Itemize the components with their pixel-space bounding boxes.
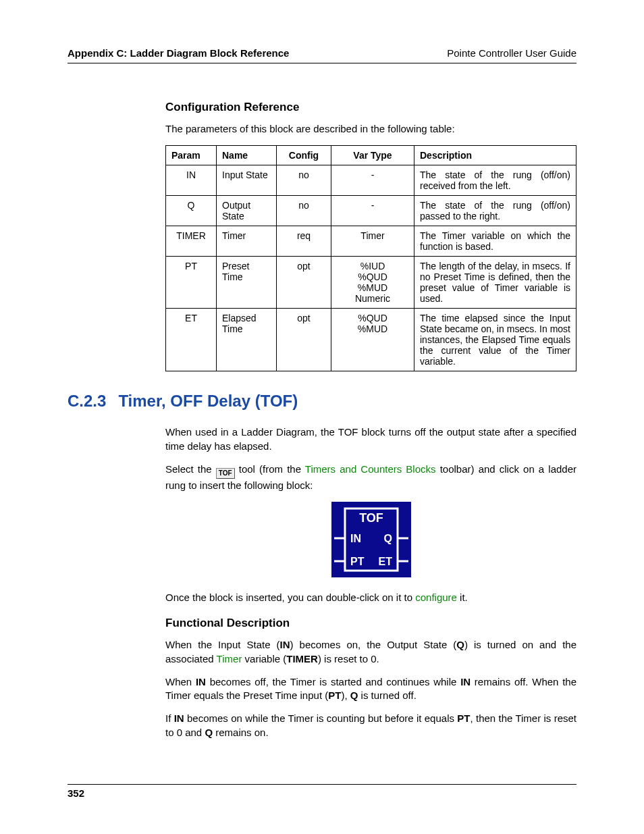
running-header: Appendix C: Ladder Diagram Block Referen… [68,47,576,63]
table-row: INInput Stateno-The state of the rung (o… [166,165,576,196]
header-right: Pointe Controller User Guide [447,47,576,59]
functional-description-heading: Functional Description [165,617,576,630]
page-footer: 352 [68,784,576,799]
text: ) becomes on, the Output State ( [290,639,457,650]
config-reference-heading: Configuration Reference [165,101,576,114]
timer-bold: TIMER [286,653,318,664]
text: Select the [165,463,216,475]
main-content: Configuration Reference The parameters o… [165,101,576,739]
table-cell: - [331,165,414,196]
timers-counters-link[interactable]: Timers and Counters Blocks [305,463,436,475]
table-cell: - [331,196,414,226]
table-cell: opt [277,257,331,309]
text: tool (from the [239,463,305,475]
table-cell: Q [166,196,217,226]
text: remains on. [213,727,269,738]
section-heading: C.2.3 Timer, OFF Delay (TOF) [68,392,576,411]
text: is turned off. [358,689,416,701]
pt-bold: PT [328,689,341,701]
table-cell: The state of the rung (off/on) passed to… [414,196,576,226]
text: variable ( [242,653,286,664]
in-bold: IN [460,676,471,687]
in-bold: IN [174,712,184,724]
table-cell: The length of the delay, in msecs. If no… [414,257,576,309]
table-cell: The time elapsed since the Input State b… [414,309,576,371]
params-table-body: INInput Stateno-The state of the rung (o… [166,165,576,371]
q-bold: Q [456,639,464,650]
table-cell: Timer [331,226,414,257]
text: becomes off, the Timer is started and co… [206,676,460,687]
table-cell: The state of the rung (off/on) received … [414,165,576,196]
text: ) is reset to 0. [318,653,379,664]
table-row: QOutput Stateno-The state of the rung (o… [166,196,576,226]
table-cell: no [277,196,331,226]
col-param: Param [166,146,217,165]
text: When the Input State ( [165,639,280,650]
header-left: Appendix C: Ladder Diagram Block Referen… [68,47,289,59]
table-row: TIMERTimerreqTimerThe Timer variable on … [166,226,576,257]
table-cell: Output State [217,196,277,226]
config-reference-intro: The parameters of this block are describ… [165,122,576,136]
tof-tool-icon: TOF [216,468,235,479]
table-cell: The Timer variable on which the function… [414,226,576,257]
text: becomes on while the Timer is counting b… [184,712,458,724]
select-tool-paragraph: Select the TOF tool (from the Timers and… [165,463,576,492]
text: If [165,712,174,724]
q-bold: Q [350,689,358,701]
section-title: Timer, OFF Delay (TOF) [118,392,298,411]
col-config: Config [277,146,331,165]
tof-block-figure: TOF IN Q PT ET [331,502,411,577]
table-cell: ET [166,309,217,371]
block-q-label: Q [383,533,392,544]
block-et-label: ET [378,556,392,567]
table-cell: Elapsed Time [217,309,277,371]
text: it. [460,592,468,603]
table-cell: opt [277,309,331,371]
table-header-row: Param Name Config Var Type Description [166,146,576,165]
col-vartype: Var Type [331,146,414,165]
table-cell: %IUD %QUD %MUD Numeric [331,257,414,309]
table-cell: TIMER [166,226,217,257]
func-desc-p2: When IN becomes off, the Timer is starte… [165,675,576,703]
table-row: PTPreset Timeopt%IUD %QUD %MUD NumericTh… [166,257,576,309]
func-desc-p1: When the Input State (IN) becomes on, th… [165,638,576,666]
q-bold: Q [205,727,213,738]
table-cell: no [277,165,331,196]
block-title-text: TOF [359,511,383,525]
block-in-label: IN [350,533,361,544]
table-cell: req [277,226,331,257]
col-name: Name [217,146,277,165]
table-cell: Input State [217,165,277,196]
block-pt-label: PT [350,556,365,567]
text: Once the block is inserted, you can doub… [165,592,415,603]
table-cell: Preset Time [217,257,277,309]
after-block-paragraph: Once the block is inserted, you can doub… [165,591,576,604]
in-bold: IN [280,639,290,650]
col-description: Description [414,146,576,165]
table-row: ETElapsed Timeopt%QUD %MUDThe time elaps… [166,309,576,371]
text: When [165,676,196,687]
section-number: C.2.3 [68,392,106,411]
func-desc-p3: If IN becomes on while the Timer is coun… [165,712,576,739]
table-cell: Timer [217,226,277,257]
table-cell: IN [166,165,217,196]
pt-bold: PT [457,712,470,724]
page-number: 352 [68,787,84,799]
section-intro: When used in a Ladder Diagram, the TOF b… [165,425,576,453]
params-table: Param Name Config Var Type Description I… [165,145,576,371]
table-cell: PT [166,257,217,309]
page: Appendix C: Ladder Diagram Block Referen… [0,0,644,834]
timer-link[interactable]: Timer [217,653,242,664]
text: ), [341,689,350,701]
in-bold: IN [196,676,206,687]
table-cell: %QUD %MUD [331,309,414,371]
configure-link[interactable]: configure [415,592,457,603]
